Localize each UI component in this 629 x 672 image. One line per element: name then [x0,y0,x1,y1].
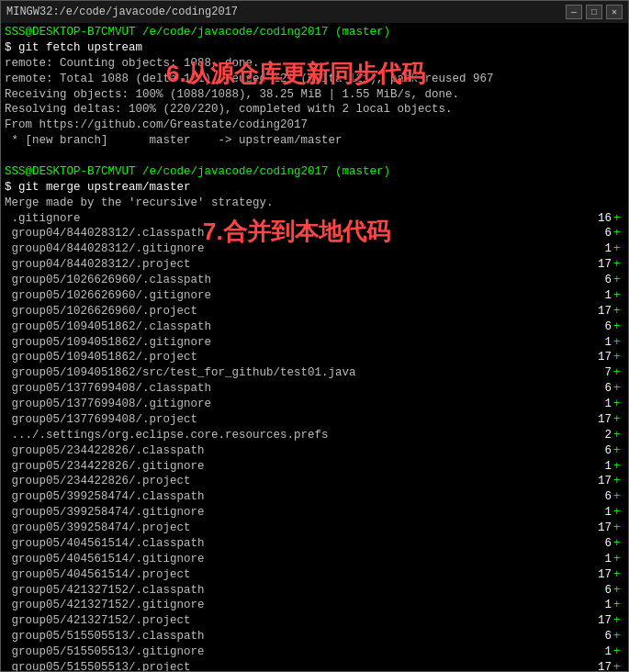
file-change-count: 6 [588,319,613,335]
merge-header-output: Merge made by the 'recursive' strategy. [5,196,624,211]
file-plus-icon: + [613,397,624,412]
file-plus-icon: + [613,335,624,351]
file-change-count: 2 [588,428,613,443]
file-change-count: 7 [588,365,613,381]
terminal-body: 6.从源仓库更新同步代码 SSS@DESKTOP-B7CMVUT /e/code… [1,23,628,671]
table-row: group05/399258474/.gitignore1 + [5,505,624,521]
file-plus-icon: + [613,489,624,505]
table-row: group05/1377699408/.classpath6 + [5,381,624,397]
file-name: group04/844028312/.project [5,257,588,273]
file-name: group05/421327152/.classpath [5,583,588,599]
table-row: group05/421327152/.classpath6 + [5,583,624,599]
file-name: group05/1026626960/.classpath [5,273,588,288]
file-plus-icon: + [613,304,624,319]
file-change-count: 6 [588,489,613,505]
file-name: group05/1026626960/.gitignore [5,288,588,304]
file-name: group05/1094051862/src/test_for_github/t… [5,365,588,381]
file-change-count: 1 [588,552,613,567]
file-plus-icon: + [613,365,624,381]
table-row: group05/1377699408/.gitignore1 + [5,397,624,412]
table-row: group05/1094051862/.classpath6 + [5,319,624,335]
file-name: group05/1094051862/.gitignore [5,335,588,351]
file-change-count: 1 [588,505,613,521]
table-row: group05/404561514/.classpath6 + [5,536,624,552]
table-row: group05/1094051862/src/test_for_github/t… [5,365,624,381]
overlay-label-1: 6.从源仓库更新同步代码 [166,58,425,90]
file-plus-icon: + [613,412,624,428]
file-change-count: 1 [588,397,613,412]
table-row: group05/421327152/.gitignore1 + [5,598,624,613]
file-plus-icon: + [613,536,624,552]
file-change-count: 6 [588,629,613,644]
file-change-count: 6 [588,443,613,459]
file-change-count: 17 [588,521,613,536]
table-row: group05/404561514/.project17 + [5,567,624,583]
file-name: group05/515505513/.gitignore [5,644,588,660]
prompt-2: $ git merge upstream/master [5,180,624,196]
file-plus-icon: + [613,428,624,443]
file-change-count: 16 [588,211,613,227]
file-change-count: 1 [588,288,613,304]
file-plus-icon: + [613,226,624,241]
table-row: group05/1377699408/.project17 + [5,412,624,428]
file-name: group05/234422826/.gitignore [5,459,588,475]
table-row: group05/1094051862/.project17 + [5,350,624,365]
file-name: group05/234422826/.project [5,474,588,489]
file-name: group05/1094051862/.project [5,350,588,365]
file-change-count: 17 [588,567,613,583]
prompt-1: $ git fetch upstream [5,40,624,56]
file-change-count: 1 [588,241,613,257]
file-change-count: 17 [588,474,613,489]
table-row: group05/234422826/.project17 + [5,474,624,489]
file-change-count: 6 [588,226,613,241]
file-change-count: 17 [588,257,613,273]
file-name: group05/399258474/.project [5,521,588,536]
table-row: group05/1026626960/.classpath6 + [5,273,624,288]
file-plus-icon: + [613,552,624,567]
file-name: group05/404561514/.project [5,567,588,583]
fetch-line: From https://github.com/Greastate/coding… [5,118,624,133]
title-bar-text: MINGW32:/e/code/javacode/coding2017 [6,6,238,18]
file-plus-icon: + [613,443,624,459]
file-name: group05/234422826/.classpath [5,443,588,459]
file-plus-icon: + [613,629,624,644]
file-plus-icon: + [613,257,624,273]
file-plus-icon: + [613,474,624,489]
table-row: group05/404561514/.gitignore1 + [5,552,624,567]
file-change-count: 6 [588,536,613,552]
file-plus-icon: + [613,521,624,536]
file-name: group05/399258474/.classpath [5,489,588,505]
file-name: group05/421327152/.gitignore [5,598,588,613]
file-change-count: 1 [588,644,613,660]
table-row: group05/515505513/.gitignore1 + [5,644,624,660]
file-name: group05/515505513/.project [5,660,588,671]
file-name: group05/421327152/.project [5,613,588,629]
table-row: group05/421327152/.project17 + [5,613,624,629]
table-row: .../.settings/org.eclipse.core.resources… [5,428,624,443]
file-plus-icon: + [613,241,624,257]
fetch-line: * [new branch] master -> upstream/master [5,133,624,149]
file-name: group05/1377699408/.classpath [5,381,588,397]
maximize-button[interactable]: □ [586,5,602,19]
file-plus-icon: + [613,319,624,335]
git-header-2: SSS@DESKTOP-B7CMVUT /e/code/javacode/cod… [5,164,624,180]
overlay-label-2: 7.合并到本地代码 [203,216,390,248]
file-name: group05/1377699408/.gitignore [5,397,588,412]
table-row: group05/234422826/.classpath6 + [5,443,624,459]
table-row: group05/1094051862/.gitignore1 + [5,335,624,351]
close-button[interactable]: ✕ [606,5,623,19]
table-row: group05/515505513/.classpath6 + [5,629,624,644]
fetch-line: Resolving deltas: 100% (220/220), comple… [5,102,624,118]
blank-line-1 [5,149,624,164]
file-change-count: 17 [588,660,613,671]
file-plus-icon: + [613,644,624,660]
file-change-count: 1 [588,598,613,613]
table-row: group05/515505513/.project17 + [5,660,624,671]
title-bar: MINGW32:/e/code/javacode/coding2017 — □ … [1,1,628,23]
file-listing: .gitignore16 + group04/844028312/.classp… [5,211,624,672]
minimize-button[interactable]: — [566,5,582,19]
file-plus-icon: + [613,598,624,613]
file-change-count: 6 [588,381,613,397]
file-plus-icon: + [613,660,624,671]
file-name: group05/404561514/.gitignore [5,552,588,567]
